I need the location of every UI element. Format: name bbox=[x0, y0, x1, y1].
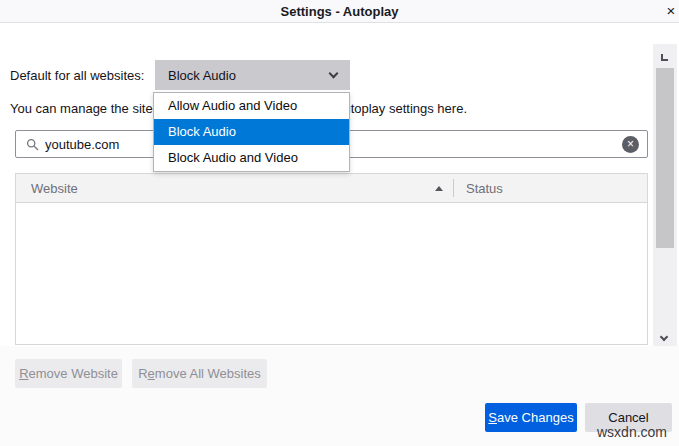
autoplay-default-select[interactable]: Block Audio bbox=[155, 60, 350, 90]
watermark: wsxdn.com bbox=[597, 424, 667, 440]
chevron-down-icon bbox=[329, 68, 339, 78]
vertical-scrollbar[interactable] bbox=[653, 44, 677, 348]
dropdown-option-block-audio[interactable]: Block Audio bbox=[154, 119, 349, 145]
scroll-up-icon[interactable] bbox=[660, 53, 670, 63]
close-icon[interactable]: × bbox=[663, 2, 679, 20]
remove-all-websites-button[interactable]: Remove All Websites bbox=[132, 359, 267, 388]
scroll-down-icon[interactable] bbox=[661, 334, 667, 340]
sort-ascending-icon bbox=[435, 186, 443, 191]
page-title: Settings - Autoplay bbox=[0, 4, 679, 19]
column-header-status[interactable]: Status bbox=[454, 181, 503, 196]
settings-autoplay-dialog: Settings - Autoplay × Default for all we… bbox=[0, 0, 679, 446]
footer: Remove Website Remove All Websites Save … bbox=[0, 346, 679, 446]
default-for-all-websites-label: Default for all websites: bbox=[10, 68, 144, 83]
table-body-empty bbox=[16, 203, 647, 344]
autoplay-dropdown-popup: Allow Audio and Video Block Audio Block … bbox=[153, 92, 350, 172]
dropdown-option-block-audio-video[interactable]: Block Audio and Video bbox=[154, 145, 349, 171]
websites-table: Website Status bbox=[15, 173, 648, 345]
scrollbar-thumb[interactable] bbox=[656, 68, 674, 248]
save-changes-button[interactable]: Save Changes bbox=[485, 403, 577, 432]
titlebar: Settings - Autoplay × bbox=[0, 0, 679, 23]
column-header-website[interactable]: Website bbox=[16, 181, 453, 196]
remove-website-button[interactable]: Remove Website bbox=[15, 359, 122, 388]
dropdown-option-allow-audio-video[interactable]: Allow Audio and Video bbox=[154, 93, 349, 119]
clear-search-icon[interactable]: × bbox=[622, 136, 639, 153]
autoplay-default-select-value: Block Audio bbox=[168, 68, 236, 83]
search-icon bbox=[26, 138, 39, 151]
table-header: Website Status bbox=[16, 174, 647, 203]
